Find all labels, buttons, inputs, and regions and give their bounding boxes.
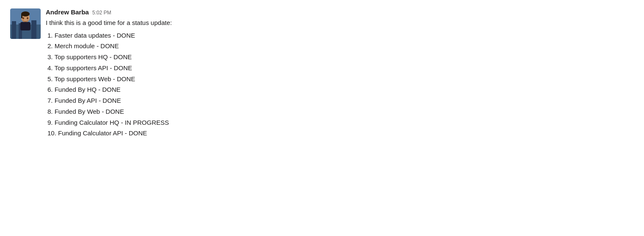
avatar <box>10 8 41 40</box>
timestamp: 5:02 PM <box>92 10 111 16</box>
list-item: 1. Faster data updates - DONE <box>46 30 172 41</box>
svg-rect-3 <box>12 21 16 39</box>
list-item: 10. Funding Calculator API - DONE <box>46 128 172 139</box>
list-item: 8. Funded By Web - DONE <box>46 107 172 117</box>
list-item: 4. Top supporters API - DONE <box>46 63 172 74</box>
svg-rect-5 <box>31 20 36 39</box>
list-item: 7. Funded By API - DONE <box>46 96 172 106</box>
svg-rect-9 <box>20 22 31 30</box>
status-list: 1. Faster data updates - DONE2. Merch mo… <box>46 30 172 139</box>
list-item: 6. Funded By HQ - DONE <box>46 85 172 95</box>
list-item: 5. Top supporters Web - DONE <box>46 74 172 85</box>
svg-point-10 <box>22 17 24 19</box>
list-item: 9. Funding Calculator HQ - IN PROGRESS <box>46 118 172 128</box>
message-container: Andrew Barba 5:02 PM I think this is a g… <box>10 8 172 139</box>
svg-rect-8 <box>21 14 22 18</box>
message-header: Andrew Barba 5:02 PM <box>46 8 172 16</box>
username[interactable]: Andrew Barba <box>46 8 89 16</box>
message-intro: I think this is a good time for a status… <box>46 18 172 28</box>
message-body: Andrew Barba 5:02 PM I think this is a g… <box>46 8 172 139</box>
svg-point-11 <box>27 17 28 19</box>
list-item: 3. Top supporters HQ - DONE <box>46 52 172 63</box>
list-item: 2. Merch module - DONE <box>46 41 172 52</box>
